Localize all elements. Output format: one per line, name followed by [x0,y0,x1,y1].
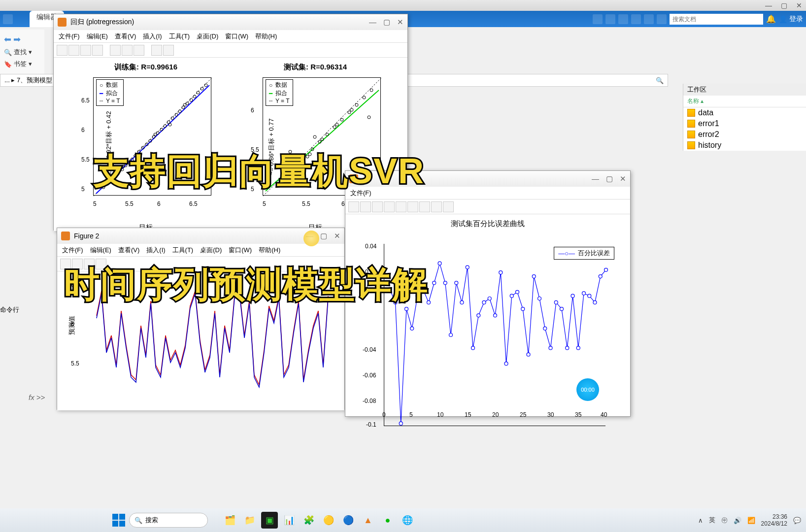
app-icon[interactable]: 📊 [281,512,298,529]
svg-point-82 [504,362,508,366]
svg-point-86 [527,353,530,356]
svg-point-63 [399,422,403,425]
var-row[interactable]: error2 [683,129,806,140]
svg-point-51 [340,118,343,121]
search-docs-input[interactable] [670,14,763,25]
cut-icon[interactable] [605,14,615,24]
svg-point-70 [438,262,441,265]
svg-point-50 [333,126,336,129]
figure-menubar[interactable]: 文件(F)编辑(E)查看(V)插入(I)工具(T)桌面(D)窗口(W)帮助(H) [54,30,407,43]
svg-point-53 [348,111,351,114]
svg-point-94 [571,294,574,298]
svg-point-84 [516,290,519,294]
workspace-col-name[interactable]: 名称 ▴ [683,96,806,107]
paste-icon[interactable] [631,14,641,24]
svg-point-55 [350,108,353,111]
minimize-icon[interactable]: — [592,174,599,183]
workspace-panel: 工作区 名称 ▴ data error1 error2 history [683,84,806,151]
cursor-highlight-icon [303,231,319,246]
system-tray[interactable]: ∧ 英 ㊥ 🔊 📶 23:36 2024/8/12 💬 [698,513,801,528]
svg-point-95 [576,346,580,350]
matlab-icon[interactable]: ▲ [360,512,376,529]
svg-point-91 [554,300,558,304]
minimize-icon[interactable]: — [369,18,376,27]
svg-point-69 [433,281,436,285]
fx-prompt[interactable]: fx >> [29,393,45,401]
new-icon[interactable] [57,45,67,56]
svg-point-77 [477,314,480,317]
save-icon[interactable] [593,14,603,24]
close-icon[interactable]: ✕ [334,232,340,240]
var-row[interactable]: history [683,140,806,151]
edge-icon[interactable]: 🔵 [340,512,357,529]
svg-point-100 [604,268,608,271]
print-icon[interactable] [644,14,654,24]
var-icon [687,131,695,138]
copy-icon[interactable] [618,14,628,24]
figure-2-window: Figure 2 — ▢ ✕ 文件(F)编辑(E)查看(V)插入(I)工具(T)… [57,228,345,410]
svg-point-98 [593,300,597,304]
pointer-icon[interactable] [151,45,162,56]
find-button[interactable]: 🔍查找 ▾ [3,46,41,58]
app-icon[interactable]: ▣ [261,512,278,529]
maximize-icon[interactable]: ▢ [383,18,390,27]
app-icon[interactable]: 📁 [241,512,258,529]
svg-point-90 [549,346,552,350]
svg-point-78 [482,300,486,304]
print-icon[interactable] [92,45,103,56]
help-icon[interactable] [657,14,667,24]
minimize-icon[interactable]: — [765,1,772,9]
overlay-title-1: 支持回归向量机SVR [94,148,425,195]
taskbar-clock[interactable]: 23:36 2024/8/12 [761,513,787,528]
svg-point-96 [582,292,586,295]
app-icon[interactable]: 🧩 [301,512,317,529]
toolbar-button[interactable] [3,14,13,24]
train-title: 训练集: R=0.99616 [64,63,228,72]
var-row[interactable]: data [683,107,806,118]
svg-point-71 [443,281,447,285]
svg-point-57 [370,89,373,92]
var-icon [687,141,695,149]
maximize-icon[interactable]: ▢ [781,1,787,9]
svg-point-76 [471,346,475,350]
svg-point-54 [355,103,358,106]
maximize-icon[interactable]: ▢ [320,232,327,240]
figure-menubar[interactable]: 文件(F)编辑(E)查看(V)插入(I)工具(T)桌面(D)窗口(W)帮助(H) [57,244,344,257]
open-icon[interactable] [68,45,79,56]
svg-point-87 [532,275,536,278]
close-icon[interactable]: ✕ [620,174,626,183]
inspector-icon[interactable] [163,45,174,56]
bookmark-button[interactable]: 🔖书签 ▾ [3,58,41,70]
svg-point-56 [363,96,366,99]
edge-icon[interactable]: 🌐 [399,512,416,529]
train-legend: ○数据 ━拟合 ┄Y = T [96,79,124,106]
figure-toolbar[interactable] [345,200,630,214]
svg-point-73 [455,281,458,285]
svg-point-92 [560,307,564,311]
svg-point-79 [488,297,491,300]
maximize-icon[interactable]: ▢ [606,174,613,183]
svg-point-30 [204,84,207,87]
start-button[interactable] [112,514,125,527]
figure-toolbar[interactable] [54,43,407,58]
svg-point-80 [494,314,497,317]
taskbar-search[interactable]: 🔍搜索 [129,513,208,528]
wechat-icon[interactable]: ● [379,512,396,529]
login-button[interactable]: 👤登录 [779,15,803,24]
rotate-icon[interactable] [122,45,133,56]
close-icon[interactable]: ✕ [796,1,802,9]
var-row[interactable]: error1 [683,118,806,129]
back-arrow-icon[interactable]: ⬅ [4,34,11,45]
forward-arrow-icon[interactable]: ➡ [13,34,21,45]
datacursor-icon[interactable] [110,45,121,56]
chrome-icon[interactable]: 🟡 [320,512,337,529]
notification-icon[interactable]: 💬 [793,517,801,524]
brush-icon[interactable] [134,45,144,56]
close-icon[interactable]: ✕ [397,18,403,27]
svg-point-23 [178,110,181,113]
app-icon[interactable]: 🗂️ [222,512,238,529]
svg-point-81 [499,271,503,274]
svg-point-65 [410,327,414,330]
train-plot: 训练集: R=0.99616 ○数据 ━拟合 ┄Y = T 输出 ~= 0.92… [64,63,228,231]
save-icon[interactable] [80,45,91,56]
